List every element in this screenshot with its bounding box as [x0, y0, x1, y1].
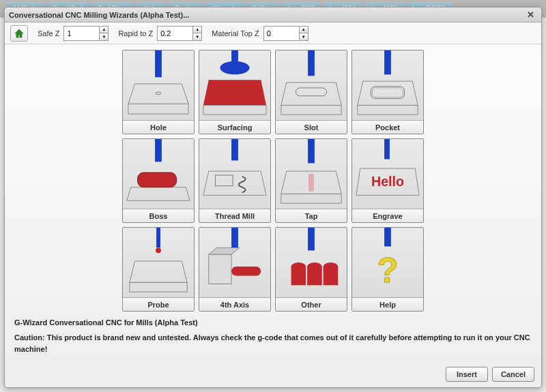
- svg-point-5: [220, 61, 249, 75]
- svg-rect-40: [291, 267, 306, 285]
- safe-z-label: Safe Z: [38, 29, 59, 37]
- wizard-label: Engrave: [352, 209, 423, 222]
- svg-marker-6: [203, 80, 266, 105]
- svg-rect-17: [155, 139, 162, 162]
- wizard-label: Hole: [123, 120, 194, 134]
- svg-marker-18: [127, 187, 190, 201]
- spinner-up-icon[interactable]: ▲: [100, 27, 108, 34]
- material-top-z-input[interactable]: [263, 26, 299, 41]
- svg-rect-44: [324, 267, 339, 285]
- svg-marker-13: [358, 81, 418, 105]
- svg-marker-2: [128, 104, 188, 114]
- svg-rect-15: [372, 88, 403, 97]
- svg-marker-26: [281, 194, 341, 203]
- svg-marker-16: [358, 105, 418, 115]
- svg-marker-33: [130, 282, 187, 292]
- wizard-probe[interactable]: Probe: [122, 227, 195, 312]
- svg-rect-38: [308, 228, 315, 250]
- wizard-label: Thread Mill: [199, 209, 270, 222]
- spinner-down-icon[interactable]: ▼: [193, 33, 201, 40]
- parameter-toolbar: Safe Z ▲▼ Rapid to Z ▲▼ Material Top Z ▲…: [5, 22, 541, 44]
- svg-marker-1: [128, 84, 188, 104]
- svg-marker-21: [203, 171, 266, 195]
- footer-warning: G-Wizard Conversational CNC for Mills (A…: [5, 313, 541, 363]
- wizard-thumb: [199, 139, 270, 209]
- wizard-slot[interactable]: Slot: [275, 50, 347, 134]
- svg-marker-9: [281, 82, 341, 105]
- footer-heading: G-Wizard Conversational CNC for Mills (A…: [14, 317, 532, 329]
- svg-rect-37: [231, 267, 261, 276]
- wizard-other[interactable]: Other: [275, 227, 347, 312]
- rapid-z-input[interactable]: [157, 26, 192, 41]
- spinner-down-icon[interactable]: ▼: [100, 33, 108, 40]
- wizard-thumb: [123, 139, 194, 209]
- wizard-label: Probe: [123, 297, 194, 311]
- rapid-z-label: Rapid to Z: [118, 29, 153, 37]
- spinner-up-icon[interactable]: ▲: [300, 27, 308, 34]
- svg-rect-45: [384, 228, 391, 246]
- safe-z-input[interactable]: [63, 26, 99, 41]
- wizard-thumb: [276, 228, 347, 297]
- wizard-thumb: Hello: [352, 139, 423, 209]
- svg-rect-10: [296, 88, 326, 96]
- wizard-thumb: [352, 50, 423, 120]
- wizard-boss[interactable]: Boss: [122, 138, 195, 223]
- rapid-z-spinner[interactable]: ▲▼: [157, 26, 202, 41]
- svg-rect-23: [308, 139, 315, 163]
- wizard-pocket[interactable]: Pocket: [351, 50, 424, 134]
- wizard-tap[interactable]: Tap: [275, 138, 347, 223]
- svg-point-31: [156, 247, 161, 253]
- svg-text:?: ?: [377, 251, 398, 290]
- wizard-thumb: [199, 228, 270, 297]
- svg-rect-34: [231, 228, 238, 247]
- wizard-thumb: [123, 50, 194, 120]
- cancel-button[interactable]: Cancel: [492, 367, 534, 382]
- close-button[interactable]: ✕: [524, 10, 537, 20]
- wizard-4th-axis[interactable]: 4th Axis: [199, 227, 271, 312]
- wizard-thumb: [276, 139, 347, 209]
- wizard-thumb: [123, 228, 194, 297]
- material-top-z-spinner[interactable]: ▲▼: [263, 26, 308, 41]
- svg-rect-25: [308, 174, 314, 192]
- wizard-grid: Hole Surfacing: [122, 50, 424, 310]
- safe-z-spinner[interactable]: ▲▼: [63, 26, 109, 41]
- wizard-label: Surfacing: [199, 120, 270, 134]
- material-top-z-label: Material Top Z: [212, 29, 259, 37]
- svg-text:Hello: Hello: [371, 174, 404, 189]
- wizard-thread-mill[interactable]: Thread Mill: [199, 138, 271, 223]
- svg-rect-0: [155, 50, 162, 77]
- spinner-down-icon[interactable]: ▼: [300, 33, 308, 40]
- svg-rect-27: [384, 139, 390, 159]
- home-button[interactable]: [10, 25, 28, 42]
- dialog-button-bar: Insert Cancel: [5, 363, 541, 387]
- svg-marker-7: [203, 105, 266, 115]
- svg-rect-19: [138, 172, 177, 187]
- wizard-label: Tap: [276, 209, 347, 222]
- svg-marker-36: [209, 247, 240, 254]
- wizard-thumb: [199, 50, 270, 120]
- dialog-title: Conversational CNC Milling Wizards (Alph…: [9, 11, 189, 19]
- svg-point-3: [156, 92, 161, 95]
- wizard-help[interactable]: ? Help: [351, 227, 424, 312]
- wizard-label: Boss: [123, 209, 194, 222]
- wizard-thumb: ?: [352, 228, 423, 297]
- wizard-label: Help: [352, 297, 423, 311]
- svg-rect-35: [209, 254, 231, 284]
- footer-caution: Caution: This product is brand new and u…: [14, 332, 532, 355]
- svg-rect-14: [371, 87, 404, 99]
- wizard-label: Other: [276, 297, 347, 311]
- wizard-label: Slot: [276, 120, 347, 134]
- insert-button[interactable]: Insert: [446, 367, 488, 382]
- wizard-hole[interactable]: Hole: [122, 50, 195, 134]
- svg-rect-20: [231, 139, 238, 160]
- wizard-thumb: [276, 50, 347, 120]
- home-icon: [14, 28, 25, 39]
- svg-rect-42: [307, 267, 322, 285]
- wizard-dialog: Conversational CNC Milling Wizards (Alph…: [4, 7, 542, 388]
- wizard-surfacing[interactable]: Surfacing: [199, 50, 271, 134]
- svg-rect-4: [231, 50, 238, 63]
- dialog-titlebar[interactable]: Conversational CNC Milling Wizards (Alph…: [5, 7, 541, 22]
- wizard-engrave[interactable]: Hello Engrave: [351, 138, 424, 223]
- svg-marker-32: [130, 261, 187, 282]
- spinner-up-icon[interactable]: ▲: [193, 27, 201, 34]
